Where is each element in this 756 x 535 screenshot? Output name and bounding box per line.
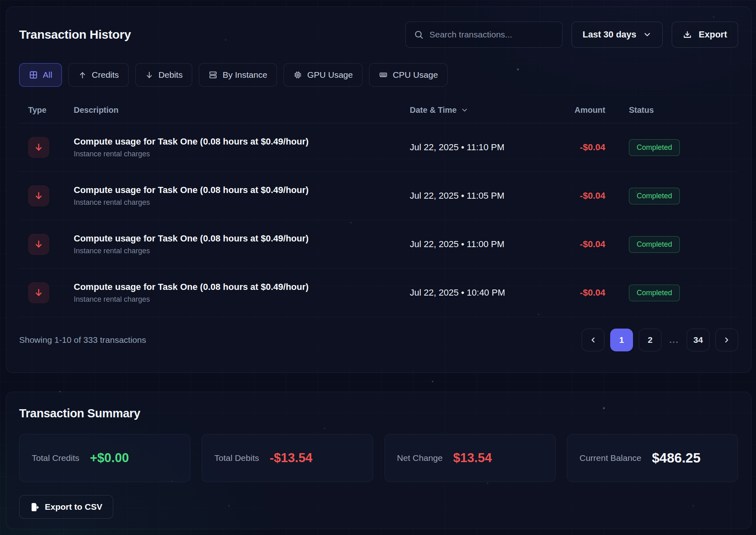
transaction-datetime: Jul 22, 2025 • 11:00 PM bbox=[410, 239, 565, 250]
current-balance-card: Current Balance $486.25 bbox=[567, 434, 738, 482]
export-csv-button[interactable]: Export to CSV bbox=[19, 495, 113, 519]
tab-cpu-usage[interactable]: CPU Usage bbox=[369, 63, 448, 87]
summary-cards: Total Credits +$0.00 Total Debits -$13.5… bbox=[19, 434, 738, 482]
tab-label: Credits bbox=[92, 70, 119, 80]
status-badge: Completed bbox=[629, 188, 680, 204]
tab-by-instance[interactable]: By Instance bbox=[199, 63, 277, 87]
total-credits-card: Total Credits +$0.00 bbox=[19, 434, 190, 482]
transaction-description: Compute usage for Task One (0.08 hours a… bbox=[74, 282, 410, 292]
pagination-ellipsis: ... bbox=[667, 335, 681, 345]
table-row: Compute usage for Task One (0.08 hours a… bbox=[19, 220, 738, 269]
file-export-icon bbox=[30, 502, 40, 512]
transaction-subtitle: Instance rental charges bbox=[74, 295, 410, 304]
tab-credits[interactable]: Credits bbox=[68, 63, 129, 87]
debit-arrow-icon bbox=[28, 137, 49, 158]
column-amount: Amount bbox=[565, 105, 605, 115]
tab-label: Debits bbox=[158, 70, 183, 80]
cpu-memory-icon bbox=[379, 70, 388, 79]
server-icon bbox=[209, 70, 218, 79]
total-debits-value: -$13.54 bbox=[270, 451, 312, 465]
arrow-up-icon bbox=[78, 71, 87, 79]
status-badge: Completed bbox=[629, 236, 680, 253]
column-type: Type bbox=[28, 105, 74, 115]
page-button-1[interactable]: 1 bbox=[610, 329, 633, 351]
download-icon bbox=[683, 30, 692, 39]
next-page-button[interactable] bbox=[715, 329, 738, 351]
table-header: Type Description Date & Time Amount Stat… bbox=[19, 105, 738, 123]
page-button-34[interactable]: 34 bbox=[687, 329, 710, 351]
card-label: Total Debits bbox=[214, 453, 259, 463]
transaction-subtitle: Instance rental charges bbox=[74, 198, 410, 207]
table-row: Compute usage for Task One (0.08 hours a… bbox=[19, 269, 738, 317]
filter-tabs: All Credits Debits By Instance bbox=[19, 63, 738, 87]
transaction-amount: -$0.04 bbox=[565, 287, 605, 298]
export-label: Export bbox=[699, 29, 727, 40]
net-change-card: Net Change $13.54 bbox=[385, 434, 556, 482]
gpu-chip-icon bbox=[293, 70, 302, 79]
transaction-summary-panel: Transaction Summary Total Credits +$0.00… bbox=[6, 392, 752, 529]
summary-title: Transaction Summary bbox=[19, 407, 738, 420]
card-label: Current Balance bbox=[580, 453, 642, 463]
tab-label: GPU Usage bbox=[307, 70, 353, 80]
total-credits-value: +$0.00 bbox=[90, 451, 129, 465]
current-balance-value: $486.25 bbox=[652, 450, 701, 466]
export-button[interactable]: Export bbox=[672, 22, 738, 48]
transaction-description: Compute usage for Task One (0.08 hours a… bbox=[74, 136, 410, 147]
total-debits-card: Total Debits -$13.54 bbox=[202, 434, 373, 482]
debit-arrow-icon bbox=[28, 234, 49, 255]
results-count: Showing 1-10 of 333 transactions bbox=[19, 335, 146, 345]
column-date-sort[interactable]: Date & Time bbox=[410, 105, 565, 115]
column-status: Status bbox=[605, 105, 736, 115]
net-change-value: $13.54 bbox=[453, 451, 492, 465]
transaction-description: Compute usage for Task One (0.08 hours a… bbox=[74, 233, 410, 244]
transaction-subtitle: Instance rental charges bbox=[74, 247, 410, 255]
status-badge: Completed bbox=[629, 285, 680, 301]
date-range-label: Last 30 days bbox=[582, 29, 636, 40]
transaction-description: Compute usage for Task One (0.08 hours a… bbox=[74, 185, 410, 195]
transaction-subtitle: Instance rental charges bbox=[74, 150, 410, 158]
status-badge: Completed bbox=[629, 139, 680, 156]
tab-gpu-usage[interactable]: GPU Usage bbox=[284, 63, 363, 87]
grid-icon bbox=[29, 70, 38, 79]
transaction-history-panel: Transaction History Last 30 days Export bbox=[6, 7, 752, 373]
search-input[interactable] bbox=[429, 30, 554, 39]
tab-label: By Instance bbox=[222, 70, 267, 80]
transaction-amount: -$0.04 bbox=[565, 191, 605, 201]
sort-chevron-icon bbox=[461, 106, 468, 114]
transaction-datetime: Jul 22, 2025 • 11:05 PM bbox=[410, 191, 565, 201]
search-box[interactable] bbox=[405, 22, 563, 48]
date-range-select[interactable]: Last 30 days bbox=[571, 22, 663, 48]
chevron-right-icon bbox=[723, 336, 731, 344]
column-description: Description bbox=[74, 105, 410, 115]
pagination: 1 2 ... 34 bbox=[582, 329, 738, 351]
card-label: Total Credits bbox=[32, 453, 79, 463]
transaction-datetime: Jul 22, 2025 • 10:40 PM bbox=[410, 287, 565, 298]
transaction-datetime: Jul 22, 2025 • 11:10 PM bbox=[410, 142, 565, 153]
export-csv-label: Export to CSV bbox=[45, 502, 102, 512]
history-header: Transaction History Last 30 days Export bbox=[19, 22, 738, 48]
table-footer: Showing 1-10 of 333 transactions 1 2 ...… bbox=[19, 329, 738, 351]
tab-all[interactable]: All bbox=[19, 63, 62, 87]
table-row: Compute usage for Task One (0.08 hours a… bbox=[19, 172, 738, 220]
tab-debits[interactable]: Debits bbox=[135, 63, 193, 87]
table-row: Compute usage for Task One (0.08 hours a… bbox=[19, 123, 738, 172]
transaction-amount: -$0.04 bbox=[565, 142, 605, 153]
arrow-down-icon bbox=[145, 71, 154, 79]
transaction-amount: -$0.04 bbox=[565, 239, 605, 250]
header-controls: Last 30 days Export bbox=[405, 22, 738, 48]
page-button-2[interactable]: 2 bbox=[639, 329, 662, 351]
page-title: Transaction History bbox=[19, 28, 131, 42]
chevron-down-icon bbox=[643, 30, 652, 39]
debit-arrow-icon bbox=[28, 282, 49, 303]
prev-page-button[interactable] bbox=[582, 329, 604, 351]
search-icon bbox=[414, 30, 424, 39]
debit-arrow-icon bbox=[28, 185, 49, 206]
tab-label: All bbox=[43, 70, 52, 80]
tab-label: CPU Usage bbox=[393, 70, 438, 80]
card-label: Net Change bbox=[397, 453, 443, 463]
chevron-left-icon bbox=[589, 336, 597, 344]
